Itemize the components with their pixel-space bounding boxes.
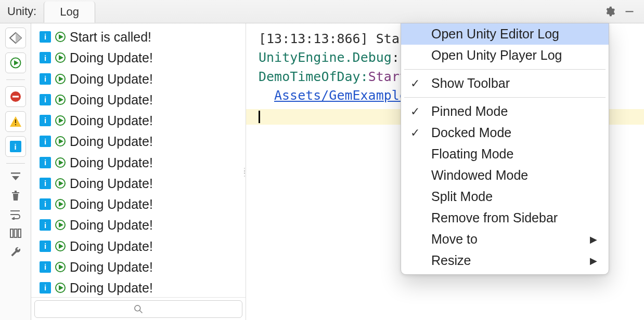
log-text: Doing Update! bbox=[70, 258, 153, 276]
info-icon: i bbox=[40, 52, 51, 63]
log-row[interactable]: iDoing Update! bbox=[31, 236, 246, 257]
log-row[interactable]: iDoing Update! bbox=[31, 131, 246, 152]
rail-warning-button[interactable] bbox=[5, 111, 26, 132]
info-icon: i bbox=[40, 219, 51, 231]
top-tabbar: Unity: Log bbox=[0, 0, 644, 23]
play-icon bbox=[54, 240, 67, 252]
svg-marker-20 bbox=[59, 34, 63, 39]
play-icon bbox=[54, 94, 67, 106]
menu-label: Move to bbox=[431, 232, 478, 247]
svg-marker-28 bbox=[59, 118, 63, 123]
menu-label: Remove from Sidebar bbox=[431, 210, 558, 225]
menu-show-toolbar[interactable]: ✓ Show Toolbar bbox=[401, 73, 609, 94]
play-icon bbox=[54, 198, 67, 210]
rail-error-button[interactable] bbox=[5, 86, 26, 107]
columns-icon[interactable] bbox=[8, 226, 23, 241]
svg-marker-44 bbox=[59, 285, 63, 290]
text-caret bbox=[259, 111, 260, 123]
info-icon: i bbox=[40, 31, 51, 43]
wrench-icon[interactable] bbox=[8, 245, 23, 259]
window-category-label: Unity: bbox=[0, 0, 44, 23]
info-icon: i bbox=[40, 136, 51, 147]
info-icon: i bbox=[40, 115, 51, 126]
info-icon: i bbox=[40, 178, 51, 189]
menu-windowed-mode[interactable]: Windowed Mode bbox=[401, 165, 609, 186]
menu-label: Split Mode bbox=[431, 189, 493, 204]
play-icon bbox=[54, 261, 67, 273]
search-input[interactable] bbox=[34, 300, 242, 318]
svg-rect-13 bbox=[15, 191, 17, 192]
chevron-right-icon: ▶ bbox=[590, 255, 597, 266]
menu-move-to[interactable]: Move to ▶ bbox=[401, 229, 609, 250]
svg-marker-40 bbox=[59, 244, 63, 249]
menu-remove-from-sidebar[interactable]: Remove from Sidebar bbox=[401, 207, 609, 229]
trash-icon[interactable] bbox=[8, 189, 23, 203]
log-row[interactable]: iDoing Update! bbox=[31, 47, 246, 68]
svg-marker-11 bbox=[12, 176, 19, 180]
svg-rect-8 bbox=[15, 119, 16, 123]
svg-rect-14 bbox=[10, 210, 20, 211]
svg-marker-2 bbox=[16, 33, 21, 43]
menu-label: Open Unity Editor Log bbox=[431, 26, 559, 42]
log-row[interactable]: iDoing Update! bbox=[31, 89, 246, 110]
log-row[interactable]: iDoing Update! bbox=[31, 257, 246, 277]
svg-marker-4 bbox=[14, 60, 19, 65]
svg-line-46 bbox=[140, 310, 143, 313]
log-row[interactable]: iDoing Update! bbox=[31, 215, 246, 235]
tab-log[interactable]: Log bbox=[44, 2, 95, 23]
info-icon: i bbox=[40, 198, 51, 210]
menu-floating-mode[interactable]: Floating Mode bbox=[401, 143, 609, 165]
log-row[interactable]: iDoing Update! bbox=[31, 277, 246, 297]
log-text: Doing Update! bbox=[70, 237, 153, 256]
menu-label: Docked Mode bbox=[431, 125, 511, 140]
menu-label: Windowed Mode bbox=[431, 168, 528, 183]
log-row[interactable]: iStart is called! bbox=[31, 26, 246, 47]
menu-label: Pinned Mode bbox=[431, 104, 508, 119]
log-list: iStart is called! iDoing Update! iDoing … bbox=[31, 23, 246, 297]
log-text: Doing Update! bbox=[70, 153, 153, 172]
play-icon bbox=[54, 114, 67, 127]
menu-pinned-mode[interactable]: ✓ Pinned Mode bbox=[401, 101, 609, 122]
menu-split-mode[interactable]: Split Mode bbox=[401, 186, 609, 207]
rail-unity-button[interactable] bbox=[5, 28, 26, 48]
info-icon: i bbox=[10, 141, 21, 152]
svg-marker-15 bbox=[11, 217, 15, 220]
play-icon bbox=[54, 219, 67, 231]
log-row[interactable]: iDoing Update! bbox=[31, 110, 246, 131]
detail-class: DemoTimeOfDay bbox=[259, 69, 360, 84]
info-icon: i bbox=[40, 261, 51, 273]
minimize-icon[interactable] bbox=[623, 5, 636, 18]
svg-rect-17 bbox=[14, 229, 17, 237]
log-row[interactable]: iDoing Update! bbox=[31, 194, 246, 215]
rail-play-button[interactable] bbox=[5, 52, 26, 73]
svg-rect-18 bbox=[18, 229, 21, 237]
svg-marker-30 bbox=[59, 139, 63, 144]
log-text: Doing Update! bbox=[70, 278, 153, 297]
svg-marker-42 bbox=[59, 264, 63, 270]
menu-open-editor-log[interactable]: Open Unity Editor Log bbox=[401, 23, 609, 45]
detail-source-link[interactable]: Assets/GemExample bbox=[274, 88, 407, 103]
log-text: Start is called! bbox=[70, 28, 151, 46]
play-icon bbox=[54, 156, 67, 169]
check-icon: ✓ bbox=[410, 105, 420, 118]
log-row[interactable]: iDoing Update! bbox=[31, 173, 246, 194]
menu-separator bbox=[404, 97, 606, 98]
menu-docked-mode[interactable]: ✓ Docked Mode bbox=[401, 122, 609, 143]
chevron-right-icon: ▶ bbox=[590, 234, 597, 245]
wrap-lines-icon[interactable] bbox=[8, 207, 23, 222]
menu-open-player-log[interactable]: Open Unity Player Log bbox=[401, 45, 609, 66]
svg-rect-10 bbox=[11, 172, 20, 174]
rail-info-button[interactable]: i bbox=[5, 136, 26, 157]
menu-resize[interactable]: Resize ▶ bbox=[401, 250, 609, 271]
search-icon bbox=[133, 304, 144, 314]
svg-marker-26 bbox=[59, 97, 63, 102]
gear-icon[interactable] bbox=[603, 5, 616, 18]
play-icon bbox=[54, 73, 67, 85]
log-row[interactable]: iDoing Update! bbox=[31, 69, 246, 89]
svg-rect-6 bbox=[12, 96, 19, 97]
log-text: Doing Update! bbox=[70, 111, 153, 130]
log-row[interactable]: iDoing Update! bbox=[31, 152, 246, 173]
menu-separator bbox=[404, 69, 606, 70]
scroll-to-end-icon[interactable] bbox=[8, 170, 23, 184]
play-icon bbox=[54, 31, 67, 43]
